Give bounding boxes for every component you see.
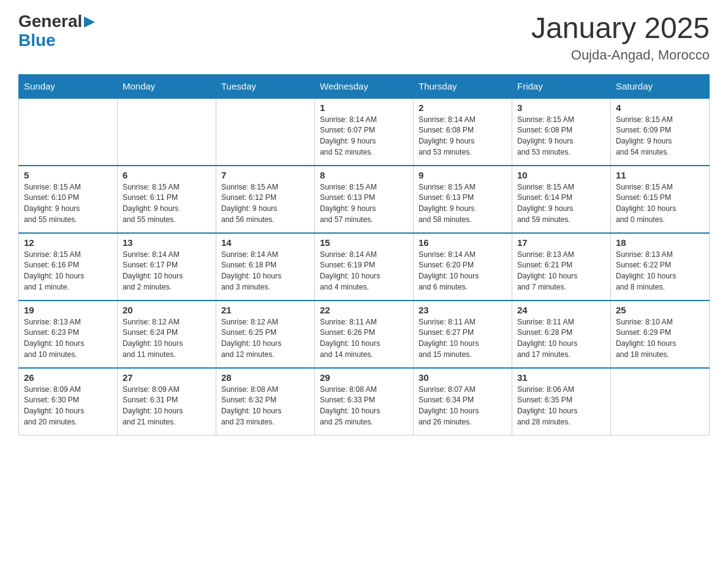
- day-cell: 1Sunrise: 8:14 AMSunset: 6:07 PMDaylight…: [315, 98, 414, 166]
- page-header: General Blue January 2025 Oujda-Angad, M…: [18, 12, 710, 63]
- day-cell: 24Sunrise: 8:11 AMSunset: 6:28 PMDayligh…: [512, 301, 611, 368]
- header-cell-saturday: Saturday: [611, 74, 710, 98]
- day-info: Sunrise: 8:15 AMSunset: 6:11 PMDaylight:…: [123, 182, 211, 226]
- day-number: 8: [320, 170, 408, 180]
- day-number: 15: [320, 237, 408, 248]
- day-cell: 14Sunrise: 8:14 AMSunset: 6:18 PMDayligh…: [216, 233, 315, 301]
- header-row: SundayMondayTuesdayWednesdayThursdayFrid…: [19, 74, 710, 98]
- day-number: 6: [123, 170, 211, 180]
- day-cell: 31Sunrise: 8:06 AMSunset: 6:35 PMDayligh…: [512, 368, 611, 435]
- day-cell: 10Sunrise: 8:15 AMSunset: 6:14 PMDayligh…: [512, 166, 611, 233]
- day-number: 31: [517, 372, 605, 383]
- day-info: Sunrise: 8:15 AMSunset: 6:10 PMDaylight:…: [24, 182, 112, 226]
- day-info: Sunrise: 8:14 AMSunset: 6:08 PMDaylight:…: [419, 115, 507, 158]
- header-cell-friday: Friday: [512, 74, 611, 98]
- week-row-2: 5Sunrise: 8:15 AMSunset: 6:10 PMDaylight…: [19, 166, 710, 233]
- day-number: 17: [517, 237, 605, 248]
- day-number: 30: [419, 372, 507, 383]
- day-cell: [118, 98, 216, 166]
- day-info: Sunrise: 8:10 AMSunset: 6:29 PMDaylight:…: [616, 317, 704, 361]
- title-block: January 2025 Oujda-Angad, Morocco: [531, 12, 710, 63]
- day-cell: 22Sunrise: 8:11 AMSunset: 6:26 PMDayligh…: [315, 301, 414, 368]
- week-row-3: 12Sunrise: 8:15 AMSunset: 6:16 PMDayligh…: [19, 233, 710, 301]
- day-cell: 28Sunrise: 8:08 AMSunset: 6:32 PMDayligh…: [216, 368, 315, 435]
- calendar-body: 1Sunrise: 8:14 AMSunset: 6:07 PMDaylight…: [19, 98, 710, 435]
- day-cell: 17Sunrise: 8:13 AMSunset: 6:21 PMDayligh…: [512, 233, 611, 301]
- day-number: 4: [616, 102, 704, 113]
- day-cell: 15Sunrise: 8:14 AMSunset: 6:19 PMDayligh…: [315, 233, 414, 301]
- day-number: 1: [320, 102, 408, 113]
- day-cell: 12Sunrise: 8:15 AMSunset: 6:16 PMDayligh…: [19, 233, 118, 301]
- day-info: Sunrise: 8:14 AMSunset: 6:19 PMDaylight:…: [320, 250, 408, 293]
- day-cell: [19, 98, 118, 166]
- day-number: 5: [24, 170, 112, 180]
- svg-marker-0: [84, 17, 95, 28]
- week-row-4: 19Sunrise: 8:13 AMSunset: 6:23 PMDayligh…: [19, 301, 710, 368]
- day-cell: 6Sunrise: 8:15 AMSunset: 6:11 PMDaylight…: [118, 166, 216, 233]
- day-cell: 16Sunrise: 8:14 AMSunset: 6:20 PMDayligh…: [414, 233, 512, 301]
- day-cell: 8Sunrise: 8:15 AMSunset: 6:13 PMDaylight…: [315, 166, 414, 233]
- header-cell-tuesday: Tuesday: [216, 74, 315, 98]
- day-number: 7: [221, 170, 309, 180]
- day-number: 14: [221, 237, 309, 248]
- day-info: Sunrise: 8:15 AMSunset: 6:13 PMDaylight:…: [320, 182, 408, 226]
- day-cell: 9Sunrise: 8:15 AMSunset: 6:13 PMDaylight…: [414, 166, 512, 233]
- day-cell: 11Sunrise: 8:15 AMSunset: 6:15 PMDayligh…: [611, 166, 710, 233]
- week-row-1: 1Sunrise: 8:14 AMSunset: 6:07 PMDaylight…: [19, 98, 710, 166]
- day-cell: [611, 368, 710, 435]
- day-number: 11: [616, 170, 704, 180]
- day-cell: 27Sunrise: 8:09 AMSunset: 6:31 PMDayligh…: [118, 368, 216, 435]
- day-info: Sunrise: 8:14 AMSunset: 6:18 PMDaylight:…: [221, 250, 309, 293]
- day-info: Sunrise: 8:06 AMSunset: 6:35 PMDaylight:…: [517, 385, 605, 428]
- logo-blue-text: Blue: [18, 31, 95, 50]
- day-cell: 4Sunrise: 8:15 AMSunset: 6:09 PMDaylight…: [611, 98, 710, 166]
- day-number: 29: [320, 372, 408, 383]
- day-number: 25: [616, 305, 704, 315]
- month-title: January 2025: [531, 12, 710, 45]
- day-info: Sunrise: 8:11 AMSunset: 6:27 PMDaylight:…: [419, 317, 507, 361]
- week-row-5: 26Sunrise: 8:09 AMSunset: 6:30 PMDayligh…: [19, 368, 710, 435]
- day-info: Sunrise: 8:09 AMSunset: 6:30 PMDaylight:…: [24, 385, 112, 428]
- calendar-header: SundayMondayTuesdayWednesdayThursdayFrid…: [19, 74, 710, 98]
- day-info: Sunrise: 8:09 AMSunset: 6:31 PMDaylight:…: [123, 385, 211, 428]
- day-number: 3: [517, 102, 605, 113]
- day-cell: 30Sunrise: 8:07 AMSunset: 6:34 PMDayligh…: [414, 368, 512, 435]
- logo: General Blue: [18, 12, 95, 50]
- day-info: Sunrise: 8:15 AMSunset: 6:16 PMDaylight:…: [24, 250, 112, 293]
- day-info: Sunrise: 8:13 AMSunset: 6:21 PMDaylight:…: [517, 250, 605, 293]
- header-cell-thursday: Thursday: [414, 74, 512, 98]
- day-number: 24: [517, 305, 605, 315]
- day-info: Sunrise: 8:15 AMSunset: 6:09 PMDaylight:…: [616, 115, 704, 158]
- day-info: Sunrise: 8:14 AMSunset: 6:07 PMDaylight:…: [320, 115, 408, 158]
- day-number: 21: [221, 305, 309, 315]
- day-info: Sunrise: 8:08 AMSunset: 6:32 PMDaylight:…: [221, 385, 309, 428]
- day-cell: 23Sunrise: 8:11 AMSunset: 6:27 PMDayligh…: [414, 301, 512, 368]
- day-info: Sunrise: 8:13 AMSunset: 6:22 PMDaylight:…: [616, 250, 704, 293]
- day-info: Sunrise: 8:11 AMSunset: 6:28 PMDaylight:…: [517, 317, 605, 361]
- day-info: Sunrise: 8:15 AMSunset: 6:08 PMDaylight:…: [517, 115, 605, 158]
- day-number: 26: [24, 372, 112, 383]
- day-number: 27: [123, 372, 211, 383]
- day-number: 2: [419, 102, 507, 113]
- day-info: Sunrise: 8:15 AMSunset: 6:12 PMDaylight:…: [221, 182, 309, 226]
- day-cell: 25Sunrise: 8:10 AMSunset: 6:29 PMDayligh…: [611, 301, 710, 368]
- day-number: 18: [616, 237, 704, 248]
- day-info: Sunrise: 8:08 AMSunset: 6:33 PMDaylight:…: [320, 385, 408, 428]
- day-number: 16: [419, 237, 507, 248]
- day-number: 13: [123, 237, 211, 248]
- day-cell: 26Sunrise: 8:09 AMSunset: 6:30 PMDayligh…: [19, 368, 118, 435]
- header-cell-sunday: Sunday: [19, 74, 118, 98]
- day-cell: 2Sunrise: 8:14 AMSunset: 6:08 PMDaylight…: [414, 98, 512, 166]
- day-cell: 19Sunrise: 8:13 AMSunset: 6:23 PMDayligh…: [19, 301, 118, 368]
- header-cell-monday: Monday: [118, 74, 216, 98]
- day-cell: 7Sunrise: 8:15 AMSunset: 6:12 PMDaylight…: [216, 166, 315, 233]
- day-info: Sunrise: 8:14 AMSunset: 6:20 PMDaylight:…: [419, 250, 507, 293]
- day-info: Sunrise: 8:12 AMSunset: 6:24 PMDaylight:…: [123, 317, 211, 361]
- day-info: Sunrise: 8:13 AMSunset: 6:23 PMDaylight:…: [24, 317, 112, 361]
- day-info: Sunrise: 8:15 AMSunset: 6:15 PMDaylight:…: [616, 182, 704, 226]
- day-info: Sunrise: 8:15 AMSunset: 6:14 PMDaylight:…: [517, 182, 605, 226]
- day-number: 10: [517, 170, 605, 180]
- day-number: 23: [419, 305, 507, 315]
- day-cell: 29Sunrise: 8:08 AMSunset: 6:33 PMDayligh…: [315, 368, 414, 435]
- day-info: Sunrise: 8:11 AMSunset: 6:26 PMDaylight:…: [320, 317, 408, 361]
